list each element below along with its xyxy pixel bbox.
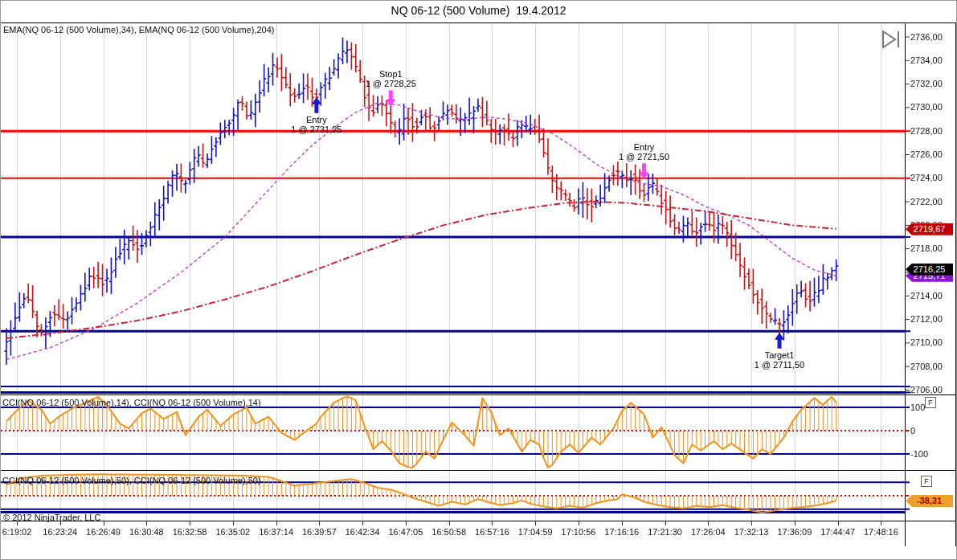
time-axis-label: 17:48:16 — [852, 527, 910, 537]
price-axis-label: 2730,00 — [910, 102, 943, 112]
price-axis-label: 2714,00 — [910, 291, 943, 300]
cci50-features-button[interactable]: F — [921, 476, 932, 487]
price-axis-label: 2736,00 — [910, 32, 943, 42]
price-axis-label: 2732,00 — [910, 79, 943, 88]
price-axis-label: 2726,00 — [910, 149, 943, 159]
cci14-features-button[interactable]: F — [925, 397, 936, 408]
price-tag: 2719,67 — [906, 223, 953, 235]
trade-annotation: Target11 @ 2711,50 — [735, 350, 824, 370]
price-axis-label: 2722,00 — [910, 197, 943, 206]
price-axis-label: 2710,00 — [910, 337, 943, 347]
price-axis-label: 2728,00 — [910, 126, 943, 136]
price-axis-label: 2724,00 — [910, 173, 943, 182]
cci14-indicator-label: CCI(NQ 06-12 (500 Volume),14), CCI(NQ 06… — [2, 398, 261, 407]
cci-axis-label: -100 — [910, 449, 928, 459]
chart-title: NQ 06-12 (500 Volume) 19.4.2012 — [0, 4, 957, 17]
price-axis-label: 2718,00 — [910, 243, 943, 253]
cci-axis-label: 0 — [910, 426, 915, 435]
go-to-last-bar-icon[interactable] — [880, 29, 904, 50]
cci50-indicator-label: CCI(NQ 06-12 (500 Volume),50), CCI(NQ 06… — [2, 476, 261, 485]
cci-axis-label: 100 — [910, 403, 925, 412]
trade-annotation: Stop11 @ 2728,25 — [346, 69, 435, 88]
price-axis-label: 2708,00 — [910, 362, 943, 371]
trade-annotation: Entry1 @ 2721,50 — [600, 142, 689, 161]
ema-indicator-label: EMA(NQ 06-12 (500 Volume),34), EMA(NQ 06… — [3, 25, 274, 35]
price-axis-label: 2712,00 — [910, 314, 943, 324]
cci-value-tag: -38,31 — [906, 495, 953, 507]
price-axis-label: 2706,00 — [910, 385, 943, 394]
trade-annotation: Entry1 @ 2731,25 — [272, 115, 361, 134]
price-axis-label: 2734,00 — [910, 55, 943, 65]
price-tag: 2716,25 — [906, 264, 953, 276]
